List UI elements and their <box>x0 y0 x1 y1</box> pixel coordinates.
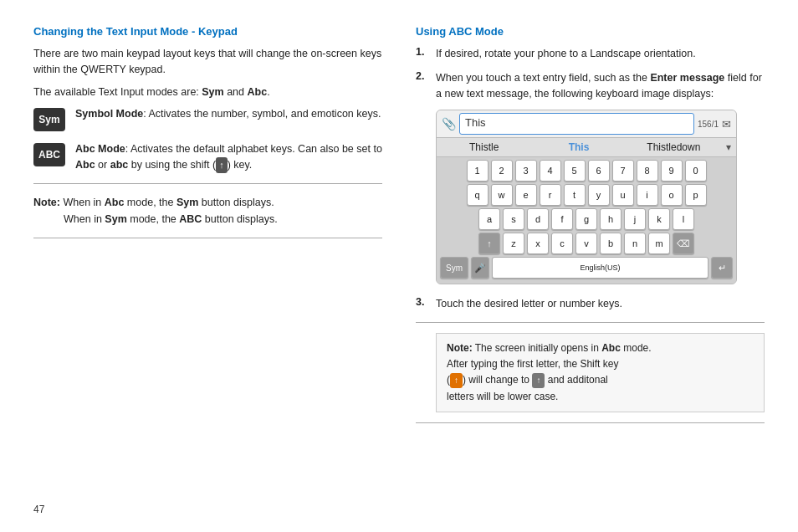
steps-list: 1. If desired, rotate your phone to a La… <box>416 46 765 101</box>
kb-key-o[interactable]: o <box>661 184 683 206</box>
sym-bold: Symbol Mode <box>75 108 143 120</box>
kb-suggestions: Thistle This Thistledown ▾ <box>437 138 736 157</box>
left-section-title: Changing the Text Input Mode - Keypad <box>33 25 382 38</box>
right-divider-2 <box>416 422 765 423</box>
kb-key-4[interactable]: 4 <box>540 160 561 182</box>
kb-key-5[interactable]: 5 <box>564 160 586 182</box>
kb-key-0[interactable]: 0 <box>685 160 707 182</box>
shift-gray-key: ↑ <box>532 373 545 388</box>
kb-key-w[interactable]: w <box>491 184 513 206</box>
kb-key-h[interactable]: h <box>600 208 622 230</box>
kb-enter-key[interactable]: ↵ <box>711 257 733 279</box>
kb-row-numbers: 1 2 3 4 5 6 7 8 9 0 <box>440 160 733 182</box>
left-note: Note: When in Abc mode, the Sym button d… <box>33 194 382 228</box>
kb-key-d[interactable]: d <box>527 208 549 230</box>
send-icon: ✉ <box>722 118 731 130</box>
step-2: 2. When you touch a text entry field, su… <box>416 70 765 102</box>
kb-space-key[interactable]: English(US) <box>492 257 708 279</box>
left-column: Changing the Text Input Mode - Keypad Th… <box>33 25 382 483</box>
kb-key-t[interactable]: t <box>564 184 586 206</box>
kb-key-z[interactable]: z <box>503 233 524 254</box>
kb-text-field[interactable]: This <box>459 113 694 135</box>
kb-suggestion-1[interactable]: Thistle <box>437 138 531 156</box>
divider-1 <box>33 183 382 184</box>
kb-counter: 156/1 <box>698 120 719 129</box>
right-divider <box>416 322 765 323</box>
step-1-num: 1. <box>416 46 429 58</box>
kb-shift-key[interactable]: ↑ <box>478 233 500 254</box>
kb-key-a[interactable]: a <box>478 208 500 230</box>
right-section-title: Using ABC Mode <box>416 25 765 38</box>
page: Changing the Text Input Mode - Keypad Th… <box>0 0 798 532</box>
abc-key-row: ABC Abc Mode: Activates the default alph… <box>33 141 382 173</box>
kb-row-asdf: a s d f g h j k l <box>440 208 733 230</box>
kb-key-f[interactable]: f <box>551 208 573 230</box>
divider-2 <box>33 238 382 238</box>
step-3: 3. Touch the desired letter or number ke… <box>416 296 765 312</box>
sym-desc-text: : Activates the number, symbol, and emot… <box>143 108 381 120</box>
sym-key-desc: Symbol Mode: Activates the number, symbo… <box>75 106 382 122</box>
kb-key-8[interactable]: 8 <box>637 160 658 182</box>
kb-key-c[interactable]: c <box>551 233 573 254</box>
sym-key-box: Sym <box>33 108 65 131</box>
kb-key-m[interactable]: m <box>648 233 670 254</box>
step-2-num: 2. <box>416 70 429 82</box>
kb-key-n[interactable]: n <box>624 233 646 254</box>
sym-key-row: Sym Symbol Mode: Activates the number, s… <box>33 106 382 131</box>
right-note-label: Note: <box>447 342 473 354</box>
kb-key-l[interactable]: l <box>673 208 694 230</box>
abc-key-box: ABC <box>33 143 65 166</box>
kb-key-j[interactable]: j <box>624 208 646 230</box>
attach-icon: 📎 <box>442 117 456 130</box>
right-note-box: Note: The screen initially opens in Abc … <box>436 333 765 412</box>
keyboard-mockup: 📎 This 156/1 ✉ Thistle This Thistledown … <box>436 110 737 284</box>
left-intro2: The available Text Input modes are: Sym … <box>33 84 382 100</box>
kb-sym-key[interactable]: Sym <box>440 257 468 279</box>
kb-key-1[interactable]: 1 <box>467 160 489 182</box>
kb-key-s[interactable]: s <box>503 208 524 230</box>
kb-key-q[interactable]: q <box>467 184 489 206</box>
kb-key-v[interactable]: v <box>575 233 597 254</box>
kb-suggestion-dropdown[interactable]: ▾ <box>721 138 736 156</box>
shift-key-inline: ↑ <box>216 157 228 173</box>
kb-key-7[interactable]: 7 <box>612 160 634 182</box>
kb-key-b[interactable]: b <box>600 233 622 254</box>
kb-key-9[interactable]: 9 <box>661 160 683 182</box>
kb-key-x[interactable]: x <box>527 233 549 254</box>
kb-key-r[interactable]: r <box>540 184 561 206</box>
step-1-text: If desired, rotate your phone to a Lands… <box>436 46 696 62</box>
kb-key-i[interactable]: i <box>637 184 658 206</box>
left-intro1: There are two main keypad layout keys th… <box>33 46 382 78</box>
kb-key-3[interactable]: 3 <box>515 160 537 182</box>
kb-row-zxcv: ↑ z x c v b n m ⌫ <box>440 233 733 254</box>
kb-row-bottom: Sym 🎤 English(US) ↵ <box>440 257 733 279</box>
kb-key-k[interactable]: k <box>648 208 670 230</box>
kb-key-y[interactable]: y <box>588 184 610 206</box>
kb-key-g[interactable]: g <box>575 208 597 230</box>
step-2-text: When you touch a text entry field, such … <box>436 70 765 102</box>
kb-key-p[interactable]: p <box>685 184 707 206</box>
kb-row-qwerty: q w e r t y u i o p <box>440 184 733 206</box>
kb-suggestion-3[interactable]: Thistledown <box>627 138 721 156</box>
kb-key-6[interactable]: 6 <box>588 160 610 182</box>
kb-delete-key[interactable]: ⌫ <box>673 233 694 254</box>
right-column: Using ABC Mode 1. If desired, rotate you… <box>416 25 765 483</box>
abc-bold: Abc Mode <box>75 143 125 155</box>
left-note-line2: When in Sym mode, the ABC button display… <box>64 213 278 225</box>
columns: Changing the Text Input Mode - Keypad Th… <box>33 25 765 483</box>
kb-key-e[interactable]: e <box>515 184 537 206</box>
kb-suggestion-2[interactable]: This <box>531 138 626 156</box>
kb-top-bar: 📎 This 156/1 ✉ <box>437 110 736 138</box>
kb-key-2[interactable]: 2 <box>491 160 513 182</box>
abc-key-desc: Abc Mode: Activates the default alphabet… <box>75 141 382 173</box>
left-note-label: Note: <box>33 197 60 208</box>
step-1: 1. If desired, rotate your phone to a La… <box>416 46 765 62</box>
page-number: 47 <box>33 497 765 515</box>
kb-mic-key[interactable]: 🎤 <box>471 257 489 279</box>
shift-orange-key: ↑ <box>450 373 463 388</box>
kb-rows: 1 2 3 4 5 6 7 8 9 0 q w <box>437 157 736 284</box>
kb-key-u[interactable]: u <box>612 184 634 206</box>
step-3-num: 3. <box>416 296 429 308</box>
step-3-text: Touch the desired letter or number keys. <box>436 296 622 312</box>
